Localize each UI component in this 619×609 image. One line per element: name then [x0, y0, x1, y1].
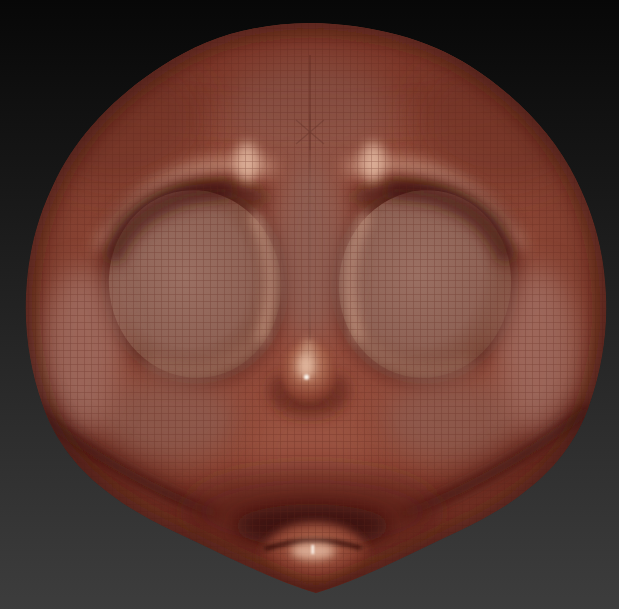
nose-specular — [304, 374, 309, 379]
nose-highlight — [298, 354, 314, 378]
wireframe-overlay — [0, 0, 619, 609]
viewport-canvas[interactable] — [0, 0, 619, 609]
sculpted-head-model[interactable] — [0, 0, 619, 609]
chin-specular — [312, 545, 315, 554]
sculpt-viewport[interactable] — [0, 0, 619, 609]
